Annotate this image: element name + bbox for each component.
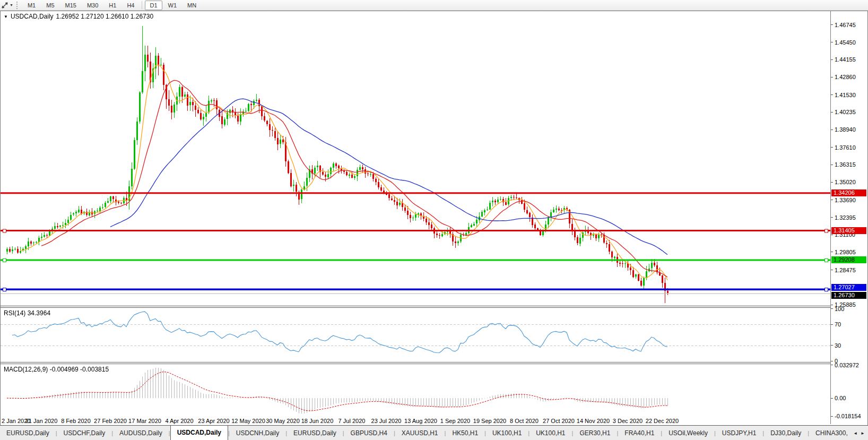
- chart-tab-hk50-h1[interactable]: HK50,H1: [446, 426, 484, 440]
- date-axis-label: 14 Nov 2020: [577, 418, 610, 424]
- chart-tab-usdchf-daily[interactable]: USDCHF,Daily: [57, 426, 112, 440]
- timeframe-button-h1[interactable]: H1: [104, 1, 121, 10]
- timeframe-toolbar: ▼ M1M5M15M30H1H4D1W1MN: [0, 0, 868, 11]
- timeframe-button-w1[interactable]: W1: [163, 1, 182, 10]
- price-axis: 1.467451.454501.441551.428601.415301.402…: [830, 11, 867, 424]
- price-axis-tick: 1.38940: [831, 126, 856, 133]
- price-level-badge: 1.27027: [831, 284, 866, 291]
- chart-tab-gbpusd-h4[interactable]: GBPUSD,H4: [344, 426, 394, 440]
- price-axis-tick: 1.44155: [831, 56, 856, 63]
- chevron-down-icon[interactable]: ▼: [10, 3, 13, 7]
- date-axis-label: 8 Oct 2020: [510, 418, 539, 424]
- price-axis-tick: 1.42860: [831, 74, 856, 80]
- chart-tab-bar: EURUSD,Daily|USDCHF,Daily|AUDUSD,Daily|U…: [0, 425, 868, 440]
- timeframe-button-m30[interactable]: M30: [82, 1, 103, 10]
- cursor-tool-icon[interactable]: [1, 1, 9, 9]
- rsi-indicator-label: RSI(14) 34.3964: [4, 309, 50, 317]
- chart-tab-ger30-h1[interactable]: GER30,H1: [573, 426, 617, 440]
- price-axis-tick: 1.32395: [831, 214, 856, 221]
- price-axis-tick: 1.28475: [831, 267, 856, 273]
- price-axis-tick: 1.41530: [831, 92, 856, 98]
- date-axis-label: 27 Feb 2020: [94, 418, 127, 424]
- price-level-badge: 1.26730: [831, 292, 866, 299]
- timeframe-button-h4[interactable]: H4: [122, 1, 139, 10]
- toolbar-separator: [142, 1, 142, 9]
- rsi-axis-tick: 30: [831, 342, 841, 349]
- price-axis-tick: 1.29805: [831, 249, 856, 255]
- chart-tab-usoil-weekly[interactable]: USOil,Weekly: [662, 426, 714, 440]
- chart-tab-uk100-h1[interactable]: UK100,H1: [530, 426, 571, 440]
- date-axis-label: 19 Sep 2020: [473, 418, 506, 424]
- date-axis-label: 4 Apr 2020: [165, 418, 193, 424]
- toolbar-grip[interactable]: [16, 2, 19, 9]
- timeframe-button-d1[interactable]: D1: [145, 1, 162, 10]
- date-axis-label: 7 Jul 2020: [338, 418, 366, 424]
- price-axis-tick: 1.40235: [831, 109, 856, 115]
- main-chart-canvas[interactable]: [1, 11, 830, 306]
- chart-tab-xauusd-h1[interactable]: XAUUSD,H1: [395, 426, 445, 440]
- timeframe-button-m15[interactable]: M15: [60, 1, 81, 10]
- chart-tab-usdcad-daily[interactable]: USDCAD,Daily: [170, 425, 228, 440]
- date-axis-label: 23 Apr 2020: [198, 418, 229, 424]
- chart-ohlc-values: 1.26952 1.27120 1.26610 1.26730: [56, 13, 154, 20]
- price-axis-tick: 1.46745: [831, 22, 856, 28]
- rsi-axis-tick: 100: [831, 306, 844, 312]
- date-axis-label: 18 Jun 2020: [301, 418, 334, 424]
- date-axis-label: 8 Feb 2020: [61, 418, 91, 424]
- tab-scroll-right-icon[interactable]: ►: [861, 431, 865, 436]
- price-axis-tick: 1.37610: [831, 144, 856, 151]
- price-axis-tick: 1.33690: [831, 197, 856, 203]
- timeframe-button-m5[interactable]: M5: [41, 1, 59, 10]
- price-axis-tick: 1.35020: [831, 179, 856, 185]
- chart-tab-eurusd-daily[interactable]: EURUSD,Daily: [287, 426, 343, 440]
- chart-tab-usdjpy-h1[interactable]: USDJPY,H1: [716, 426, 762, 440]
- date-axis-label: 23 Jul 2020: [371, 418, 402, 424]
- date-axis-label: 13 Aug 2020: [404, 418, 437, 424]
- date-axis-label: 21 Jan 2020: [25, 418, 58, 424]
- chart-tab-eurusd-daily[interactable]: EURUSD,Daily: [0, 426, 56, 440]
- chart-title: ▼ USDCAD,Daily 1.26952 1.27120 1.26610 1…: [4, 13, 153, 20]
- price-level-badge: 1.31405: [831, 227, 866, 234]
- macd-axis-tick: 0.032972: [831, 362, 859, 368]
- price-level-badge: 1.34206: [831, 189, 866, 196]
- macd-axis-tick: 0.00: [831, 395, 846, 401]
- date-axis-label: 3 Dec 2020: [613, 418, 643, 424]
- chart-tab-dj30-daily[interactable]: DJ30,Daily: [764, 426, 808, 440]
- timeframe-button-mn[interactable]: MN: [183, 1, 201, 10]
- chart-tab-uk100-h1[interactable]: UK100,H1: [486, 426, 528, 440]
- macd-indicator-label: MACD(12,26,9) -0.004969 -0.003815: [4, 366, 109, 373]
- price-level-badge: 1.29208: [831, 256, 866, 263]
- date-axis-label: 27 Oct 2020: [543, 418, 575, 424]
- timeframe-button-m1[interactable]: M1: [23, 1, 40, 10]
- price-axis-tick: 1.36315: [831, 161, 856, 168]
- tab-scroll-arrows: ◄ ►: [848, 426, 868, 440]
- chart-tab-fra40-h1[interactable]: FRA40,H1: [618, 426, 661, 440]
- date-axis-label: 17 Mar 2020: [128, 418, 161, 424]
- date-axis-label: 12 May 2020: [231, 418, 265, 424]
- chart-window: ▼ USDCAD,Daily 1.26952 1.27120 1.26610 1…: [0, 11, 868, 426]
- macd-axis-tick: -0.018154: [831, 413, 861, 419]
- tab-scroll-left-icon[interactable]: ◄: [853, 431, 857, 436]
- chart-symbol-period: USDCAD,Daily: [11, 13, 54, 20]
- date-axis-label: 30 May 2020: [266, 418, 300, 424]
- date-axis-label: 1 Sep 2020: [440, 418, 470, 424]
- chart-tab-audusd-daily[interactable]: AUDUSD,Daily: [113, 426, 169, 440]
- collapse-triangle-icon[interactable]: ▼: [4, 14, 8, 19]
- rsi-pane-canvas[interactable]: [1, 308, 830, 362]
- price-axis-tick: 1.45450: [831, 39, 856, 46]
- date-axis-label: 22 Dec 2020: [646, 418, 679, 424]
- rsi-axis-tick: 70: [831, 321, 841, 327]
- macd-pane-canvas[interactable]: [1, 364, 830, 417]
- chart-tab-usdcnh-daily[interactable]: USDCNH,Daily: [230, 426, 285, 440]
